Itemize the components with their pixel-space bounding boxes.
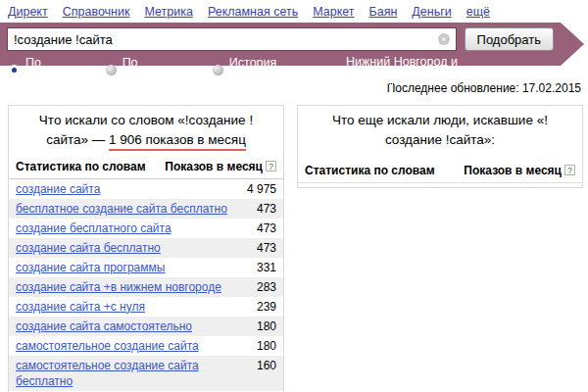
panels: Что искали со словом «!создание !сайта» … <box>8 105 583 392</box>
count-value: 180 <box>257 338 276 354</box>
search-input[interactable] <box>7 27 457 51</box>
left-table-header: Статистика по словам Показов в месяц ? <box>9 159 283 179</box>
table-row: создание сайта бесплатно 473 <box>9 238 283 258</box>
nav-link[interactable]: ещё <box>466 5 490 19</box>
left-panel: Что искали со словом «!создание !сайта» … <box>8 105 284 392</box>
help-icon[interactable]: ? <box>266 161 276 172</box>
count-value: 4 975 <box>247 181 276 197</box>
phrase-link[interactable]: создание бесплатного сайта <box>16 220 236 236</box>
tab-history-label: История запросов <box>229 56 317 83</box>
region-link[interactable]: Нижний Новгород и область <box>346 55 485 84</box>
phrase-link[interactable]: создание сайта программы <box>16 260 236 275</box>
tab-by-regions[interactable]: По регионам <box>106 56 183 83</box>
table-row: самостоятельное создание сайта бесплатно… <box>9 356 283 391</box>
right-table-empty <box>298 183 582 187</box>
nav-link[interactable]: Рекламная сеть <box>208 5 298 19</box>
top-nav: Директ Справочник Метрика Рекламная сеть… <box>0 0 588 23</box>
table-row: самостоятельное создание сайта 180 <box>9 336 283 356</box>
right-panel-title: Что еще искали люди, искавшие «!создание… <box>298 106 582 159</box>
col-phrase-header: Статистика по словам <box>305 164 435 177</box>
count-value: 473 <box>257 220 276 236</box>
phrase-link[interactable]: самостоятельное создание сайта <box>16 338 236 354</box>
right-panel: Что еще искали люди, искавшие «!создание… <box>297 105 583 188</box>
table-row: создание сайта 4 975 <box>9 179 283 199</box>
col-count-header: Показов в месяц <box>165 160 263 173</box>
tab-by-regions-label: По регионам <box>122 56 183 83</box>
table-row: создание сайта самостоятельно 180 <box>9 317 283 336</box>
tab-history[interactable]: История запросов <box>213 56 317 83</box>
col-phrase-header: Статистика по словам <box>16 160 146 173</box>
table-row: создание сайта программы 331 <box>9 258 283 277</box>
search-bar: × Подобрать По словам По регионам Истори… <box>0 23 561 66</box>
phrase-link[interactable]: создание сайта +с нуля <box>16 299 236 315</box>
nav-link[interactable]: Маркет <box>313 5 354 19</box>
nav-link[interactable]: Директ <box>8 5 48 19</box>
count-value: 180 <box>257 318 276 334</box>
count-value: 473 <box>257 201 276 217</box>
search-row: × Подобрать <box>7 27 554 51</box>
nav-link[interactable]: Справочник <box>63 5 130 19</box>
phrase-link[interactable]: создание сайта +в нижнем новгороде <box>16 279 236 295</box>
results-table: создание сайта 4 975 бесплатное создание… <box>9 179 283 392</box>
phrase-link[interactable]: самостоятельное создание сайта бесплатно <box>16 358 236 389</box>
table-row: создание сайта +в нижнем новгороде 283 <box>9 277 283 297</box>
tab-by-words-label: По словам <box>25 56 76 83</box>
search-input-wrap: × <box>7 27 457 51</box>
radio-selected-icon[interactable] <box>9 65 20 75</box>
phrase-link[interactable]: создание сайта бесплатно <box>16 240 236 256</box>
phrase-link[interactable]: создание сайта самостоятельно <box>16 318 236 334</box>
total-shows-link[interactable]: 1 906 показов в месяц <box>109 132 246 151</box>
radio-icon[interactable] <box>213 65 223 75</box>
help-icon[interactable]: ? <box>564 165 575 175</box>
count-value: 160 <box>257 358 276 373</box>
nav-link[interactable]: Метрика <box>144 5 192 19</box>
nav-link[interactable]: Деньги <box>412 5 451 19</box>
count-value: 473 <box>257 240 276 256</box>
radio-icon[interactable] <box>106 65 117 75</box>
phrase-link[interactable]: создание сайта <box>16 181 236 197</box>
table-row: создание бесплатного сайта 473 <box>9 219 283 238</box>
count-value: 283 <box>257 279 276 295</box>
submit-button[interactable]: Подобрать <box>465 27 554 51</box>
col-count-header: Показов в месяц <box>464 164 562 177</box>
nav-link[interactable]: Баян <box>369 5 398 19</box>
clear-icon[interactable]: × <box>438 33 450 45</box>
right-table-header: Статистика по словам Показов в месяц ? <box>298 163 582 183</box>
table-row: бесплатное создание сайта бесплатно 473 <box>9 199 283 219</box>
count-value: 331 <box>257 260 276 275</box>
tab-by-words[interactable]: По словам <box>9 56 76 83</box>
tabs-row: По словам По регионам История запросов Н… <box>7 55 554 84</box>
table-row: создание сайта +с нуля 239 <box>9 297 283 317</box>
count-value: 239 <box>257 299 276 315</box>
left-panel-title: Что искали со словом «!создание !сайта» … <box>9 106 283 159</box>
phrase-link[interactable]: бесплатное создание сайта бесплатно <box>16 201 236 217</box>
